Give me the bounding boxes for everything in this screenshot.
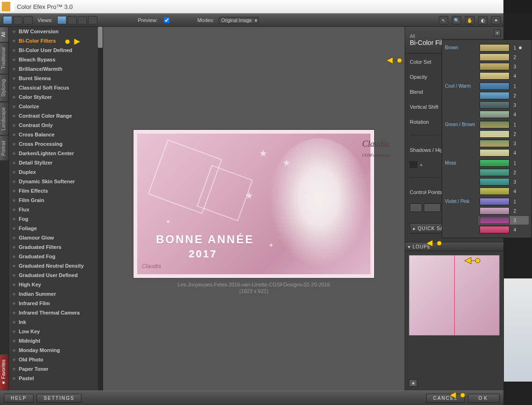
view-split-button[interactable] [13,16,22,24]
info-tool-icon[interactable]: ✦ [491,16,501,24]
favorite-star-icon[interactable]: ★ [12,329,16,335]
filter-item[interactable]: ★Color Stylizer [9,92,103,102]
colorset-option[interactable]: 3 [479,101,529,109]
favorite-star-icon[interactable]: ★ [12,66,16,72]
favorite-star-icon[interactable]: ★ [12,347,16,353]
filter-item[interactable]: ★Duplex [9,167,103,177]
favorite-star-icon[interactable]: ★ [12,254,16,260]
favorite-star-icon[interactable]: ★ [12,310,16,316]
favorite-star-icon[interactable]: ★ [12,225,16,232]
pan-tool-icon[interactable]: ✋ [465,16,474,24]
colorset-option[interactable]: 1 [479,197,529,206]
add-control-point-button[interactable] [410,203,422,212]
colorset-option[interactable]: 4 [479,149,529,157]
filter-item[interactable]: ★Bi-Color User Defined [9,45,103,55]
modes-select[interactable]: Original Image [219,17,259,24]
favorite-star-icon[interactable]: ★ [12,366,16,372]
favorite-star-icon[interactable]: ★ [12,282,16,288]
colorset-option[interactable]: 2 [479,91,529,100]
help-button[interactable]: HELP [4,394,34,403]
favorite-star-icon[interactable]: ★ [12,75,16,82]
colorset-option[interactable]: 4 [479,72,529,80]
layout-4-button[interactable] [88,16,97,24]
preview-checkbox[interactable] [164,17,170,23]
filter-item[interactable]: ★Infrared Film [9,299,103,308]
favorite-star-icon[interactable]: ★ [12,263,16,269]
layout-3-button[interactable] [78,16,87,24]
category-tab-portrait[interactable]: Portrait [0,135,8,160]
layout-2-button[interactable] [67,16,77,24]
filter-item[interactable]: ★B/W Conversion [9,27,103,36]
colorset-option[interactable]: 3 [479,216,529,225]
favorite-star-icon[interactable]: ★ [12,160,16,166]
zoom-tool-icon[interactable]: 🔍 [452,16,461,24]
favorite-star-icon[interactable]: ★ [12,141,16,147]
favorite-star-icon[interactable]: ★ [12,94,16,100]
filter-item[interactable]: ★Contrast Color Range [9,111,103,120]
shadows-checkbox[interactable] [410,161,417,168]
filter-item[interactable]: ★Fog [9,214,103,224]
filter-item[interactable]: ★Flux [9,205,103,214]
colorset-option[interactable]: 3 [479,62,529,71]
filter-item[interactable]: ★Old Photo [9,355,103,364]
favorite-star-icon[interactable]: ★ [12,122,16,128]
favorite-star-icon[interactable]: ★ [12,216,16,222]
panel-menu-button[interactable]: ▾ [494,30,501,36]
filter-item[interactable]: ★Ink [9,317,103,327]
view-side-button[interactable] [23,16,33,24]
favorite-star-icon[interactable]: ★ [12,319,16,325]
pointer-tool-icon[interactable]: ↖ [439,16,448,24]
category-tab-all[interactable]: All [0,27,8,42]
colorset-option[interactable]: 4 [479,187,529,195]
favorite-star-icon[interactable]: ★ [12,300,16,307]
colorset-option[interactable]: 2 [479,53,529,61]
filter-item[interactable]: ★Foliage [9,224,103,233]
favorite-star-icon[interactable]: ★ [12,338,16,344]
favorite-star-icon[interactable]: ★ [12,57,16,63]
favorite-star-icon[interactable]: ★ [12,47,16,53]
filter-item[interactable]: ★Detail Stylizer [9,158,103,167]
favorite-star-icon[interactable]: ★ [12,38,16,44]
favorite-star-icon[interactable]: ★ [12,291,16,297]
category-tab-landscape[interactable]: Landscape [0,102,8,135]
filter-item[interactable]: ★Graduated User Defined [9,270,103,280]
favorite-star-icon[interactable]: ★ [12,150,16,157]
favorite-star-icon[interactable]: ★ [12,113,16,119]
filter-item[interactable]: ★Cross Processing [9,139,103,149]
ok-button[interactable]: OK [468,394,500,403]
favorite-star-icon[interactable]: ★ [12,244,16,250]
filter-item[interactable]: ★Low Key [9,327,103,336]
colorset-dropdown[interactable]: Brown1234Cool / Warm1234Green / Brown123… [442,39,532,238]
layout-1-button[interactable] [57,16,66,24]
filter-item[interactable]: ★Pastel [9,374,103,383]
colorset-option[interactable]: 4 [479,225,529,234]
favorite-star-icon[interactable]: ★ [12,207,16,213]
favorite-star-icon[interactable]: ★ [12,357,16,363]
filter-item[interactable]: ★High Key [9,280,103,289]
filter-item[interactable]: ★Burnt Sienna [9,74,103,83]
favorite-star-icon[interactable]: ★ [12,272,16,278]
colorset-option[interactable]: 1 [479,159,529,167]
filter-item[interactable]: ★Dynamic Skin Softener [9,177,103,186]
filter-item[interactable]: ★Paper Toner [9,364,103,374]
colorset-option[interactable]: 1 [479,44,529,52]
colorset-option[interactable]: 2 [479,130,529,138]
favorite-star-icon[interactable]: ★ [12,179,16,185]
loupe-tag-button[interactable]: ★ [409,379,417,387]
filter-item[interactable]: ★Film Effects [9,186,103,195]
bg-tool-icon[interactable]: ◐ [478,16,488,24]
favorite-star-icon[interactable]: ★ [12,85,16,91]
favorite-star-icon[interactable]: ★ [12,188,16,194]
category-tab-favorites[interactable]: ★ Favorites [0,354,8,390]
filter-item[interactable]: ★Bleach Bypass [9,55,103,64]
colorset-option[interactable]: 1 [479,120,529,129]
filter-item[interactable]: ★Glamour Glow [9,233,103,242]
colorset-option[interactable]: 1 [479,82,529,90]
filter-item[interactable]: ★Indian Summer [9,289,103,299]
filter-item[interactable]: ★Infrared Thermal Camera [9,308,103,317]
category-tab-traditional[interactable]: Traditional [0,42,8,74]
favorite-star-icon[interactable]: ★ [12,169,16,175]
category-tab-stylizing[interactable]: Stylizing [0,74,8,101]
filter-item[interactable]: ★Cross Balance [9,130,103,139]
filter-item[interactable]: ★Graduated Fog [9,252,103,261]
